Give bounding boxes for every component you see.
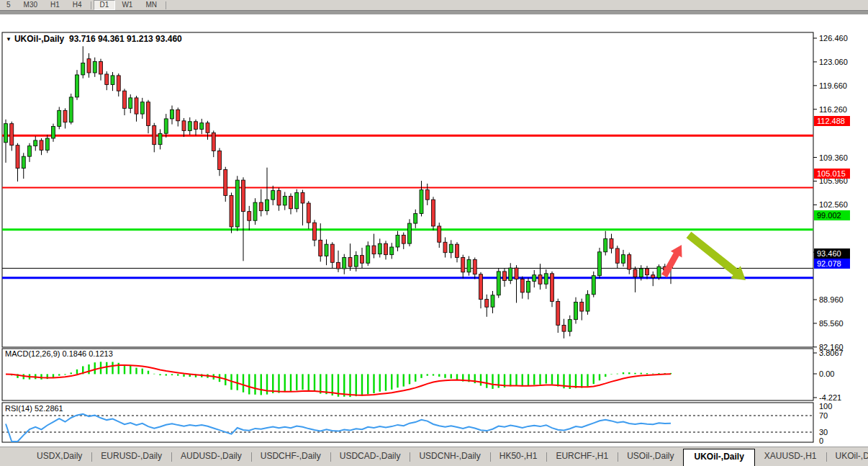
chart-ohlc-values: 93.716 94.361 91.213 93.460 xyxy=(69,34,182,44)
green-down-arrow xyxy=(687,232,746,280)
price-line-label-99.002: 99.002 xyxy=(814,210,850,220)
chart-title: ▼UKOil-,Daily 93.716 94.361 91.213 93.46… xyxy=(6,34,182,44)
horizontal-level-lines xyxy=(2,135,813,278)
svg-text:109.360: 109.360 xyxy=(819,153,848,162)
macd-name: MACD(12,26,9) xyxy=(5,349,60,358)
svg-text:0: 0 xyxy=(819,436,823,445)
svg-text:123.060: 123.060 xyxy=(819,58,848,66)
timeframe-button-w1[interactable]: W1 xyxy=(115,0,139,10)
tab-usdcad-daily[interactable]: USDCAD-,Daily xyxy=(330,449,410,465)
timeframe-button-h4[interactable]: H4 xyxy=(66,0,89,10)
tab-audusd-daily[interactable]: AUDUSD-,Daily xyxy=(171,449,251,465)
tab-ukoil-daily[interactable]: UKOil-,Daily xyxy=(683,449,754,466)
candlesticks xyxy=(4,46,673,339)
price-line-label-112.488: 112.488 xyxy=(814,116,850,126)
rsi-indicator-label: RSI(14) 52.2861 xyxy=(5,404,63,413)
rsi-name: RSI(14) xyxy=(5,404,32,413)
timeframe-button-5[interactable]: 5 xyxy=(0,0,17,10)
tab-hk50-h1[interactable]: HK50-,H1 xyxy=(490,449,547,465)
svg-text:3.8067: 3.8067 xyxy=(819,349,844,357)
annotation-arrows xyxy=(661,232,746,280)
rsi-line xyxy=(6,414,671,442)
svg-text:102.560: 102.560 xyxy=(819,200,848,209)
price-line-label-93.460: 93.460 xyxy=(814,248,850,259)
timeframe-button-m30[interactable]: M30 xyxy=(17,0,44,10)
price-line-label-92.078: 92.078 xyxy=(814,259,850,269)
svg-text:0.00: 0.00 xyxy=(819,369,834,378)
tab-ukoil-daily[interactable]: UKOil-,Daily xyxy=(826,449,868,465)
price-line-label-105.015: 105.015 xyxy=(814,169,850,179)
svg-text:126.460: 126.460 xyxy=(819,34,848,42)
toolbar-divider xyxy=(0,10,868,14)
red-up-arrow xyxy=(661,245,682,277)
toolbar-separator xyxy=(91,1,91,9)
toolbar-separator xyxy=(166,1,166,9)
macd-indicator-label: MACD(12,26,9) 0.1846 0.1213 xyxy=(5,349,113,358)
timeframe-button-h1[interactable]: H1 xyxy=(44,0,66,10)
tab-xauusd-h1[interactable]: XAUUSD-,H1 xyxy=(755,449,826,465)
timeframe-button-d1[interactable]: D1 xyxy=(94,0,116,10)
svg-text:88.960: 88.960 xyxy=(819,295,844,304)
svg-text:116.260: 116.260 xyxy=(819,105,847,114)
chart-window[interactable]: 126.460123.060119.660116.260109.360105.9… xyxy=(0,14,868,447)
symbol-tabbar: USDX,DailyEURUSD-,DailyAUDUSD-,DailyUSDC… xyxy=(0,447,868,466)
trading-terminal: { "toolbar": { "timeframes": ["5", "M30"… xyxy=(0,0,868,466)
svg-text:70: 70 xyxy=(819,411,828,420)
timeframe-button-mn[interactable]: MN xyxy=(139,0,163,10)
rsi-value: 52.2861 xyxy=(35,404,63,413)
price-axis[interactable]: 126.460123.060119.660116.260109.360105.9… xyxy=(813,34,848,351)
rsi-axis[interactable]: 10070300 xyxy=(819,402,832,445)
symbol-dropdown-icon[interactable]: ▼ xyxy=(6,36,12,42)
tab-eurusd-daily[interactable]: EURUSD-,Daily xyxy=(91,449,171,465)
tab-usoil-daily[interactable]: USOil-,Daily xyxy=(618,449,683,465)
svg-text:85.560: 85.560 xyxy=(819,319,844,328)
chart-symbol: UKOil-,Daily xyxy=(14,34,64,44)
macd-values: 0.1846 0.1213 xyxy=(62,349,112,358)
tab-usdx-daily[interactable]: USDX,Daily xyxy=(27,449,91,465)
macd-axis[interactable]: 3.80670.00-4.221 xyxy=(813,349,844,402)
tab-eurchf-h1[interactable]: EURCHF-,H1 xyxy=(546,449,618,465)
tab-usdchf-daily[interactable]: USDCHF-,Daily xyxy=(251,449,330,465)
svg-text:100: 100 xyxy=(819,402,832,411)
svg-text:30: 30 xyxy=(819,428,828,436)
svg-text:-4.221: -4.221 xyxy=(819,393,841,402)
tab-usdcnh-daily[interactable]: USDCNH-,Daily xyxy=(410,449,489,465)
timeframe-toolbar: 5M30H1H4D1W1MN xyxy=(0,0,868,10)
svg-text:119.660: 119.660 xyxy=(819,81,847,90)
chart-canvas[interactable]: 126.460123.060119.660116.260109.360105.9… xyxy=(0,29,868,461)
